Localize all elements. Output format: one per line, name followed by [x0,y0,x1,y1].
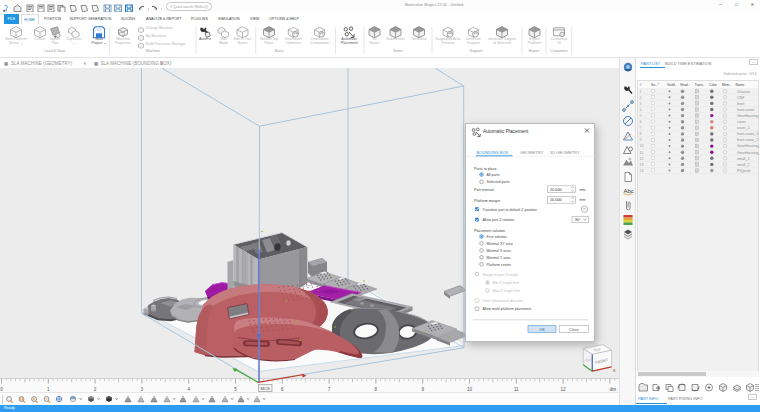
svg-text:0: 0 [0,387,3,392]
svg-text:front-cover_1: front-cover_1 [737,132,758,136]
svg-text:Minimal X area: Minimal X area [487,249,511,253]
svg-text:front-cover_2: front-cover_2 [737,138,758,142]
svg-text:front-cover: front-cover [737,108,755,112]
svg-text:First solution: First solution [487,235,507,239]
svg-text:Automatic Placement: Automatic Placement [483,129,529,134]
svg-text:Minimal XY area: Minimal XY area [487,242,513,246]
svg-text:13: 13 [640,163,644,167]
svg-text:Platform margin: Platform margin [474,199,500,203]
svg-text:1: 1 [640,90,642,94]
svg-text:12: 12 [561,387,567,392]
svg-text:Platform center: Platform center [487,263,512,267]
svg-text:mm: mm [580,198,586,202]
svg-text:cover: cover [737,120,747,124]
svg-text:OK: OK [539,327,545,332]
svg-text:3: 3 [141,387,144,392]
svg-text:10.000: 10.000 [550,188,562,192]
svg-text:GEOMETRY: GEOMETRY [520,150,544,155]
svg-text:10: 10 [467,387,473,392]
svg-text:1: 1 [47,387,50,392]
svg-text:Parts to place: Parts to place [474,167,497,171]
svg-text:12: 12 [640,157,644,161]
svg-text:11: 11 [640,151,644,155]
svg-text:7: 7 [328,387,331,392]
svg-text:Allow part Z rotation: Allow part Z rotation [482,218,514,222]
svg-text:6: 6 [281,387,284,392]
svg-text:14: 14 [640,169,644,173]
svg-text:Min Z height first: Min Z height first [493,281,520,285]
svg-text:10.000: 10.000 [550,198,562,202]
svg-text:Range to part Z height: Range to part Z height [482,273,518,277]
svg-text:cover_1: cover_1 [737,126,750,130]
svg-text:GearHousing: GearHousing [737,114,758,118]
svg-text:8: 8 [640,132,642,136]
svg-text:Placement solution: Placement solution [474,229,505,233]
svg-text:2: 2 [640,96,642,100]
svg-text:CRF: CRF [737,96,745,100]
svg-text:4: 4 [640,108,642,112]
svg-text:Max Z height first: Max Z height first [493,289,521,293]
svg-text:front: front [737,102,744,106]
svg-text:Chassis: Chassis [737,90,750,94]
svg-text:Close: Close [569,327,579,332]
svg-text:9: 9 [640,138,642,142]
svg-text:All parts: All parts [487,173,500,177]
svg-text:5: 5 [234,387,237,392]
svg-text:3: 3 [640,102,642,106]
svg-text:small_2: small_2 [737,163,749,167]
svg-text:Part interval: Part interval [474,188,494,192]
svg-text:4: 4 [187,387,190,392]
svg-text:GearHousing_2: GearHousing_2 [737,151,760,155]
svg-text:Translate part to default Z po: Translate part to default Z position [482,208,536,212]
svg-text:90°: 90° [575,218,581,222]
svg-text:7: 7 [640,126,642,130]
svg-text:9: 9 [421,387,424,392]
svg-text:Selected parts: Selected parts [487,180,510,184]
svg-text:11: 11 [514,387,519,392]
svg-text:6: 6 [640,120,642,124]
svg-text:8: 8 [375,387,378,392]
svg-text:GearHousing_1: GearHousing_1 [737,144,760,148]
svg-text:Minimal Y area: Minimal Y area [487,256,511,260]
svg-text:mm: mm [580,188,586,192]
svg-text:PIQprofi: PIQprofi [737,169,750,173]
svg-text:small_1: small_1 [737,157,749,161]
svg-text:Abc: Abc [624,188,634,194]
svg-text:2: 2 [94,387,97,392]
svg-text:10: 10 [640,144,644,148]
svg-text:5: 5 [640,114,642,118]
svg-text:Allow multi-platform placement: Allow multi-platform placement [482,307,531,311]
svg-text:dm: dm [610,387,617,392]
svg-text:Invert placement direction: Invert placement direction [482,299,523,303]
svg-text:3D GEOMETRY: 3D GEOMETRY [550,150,580,155]
svg-text:BOUNDING BOX: BOUNDING BOX [477,150,509,155]
